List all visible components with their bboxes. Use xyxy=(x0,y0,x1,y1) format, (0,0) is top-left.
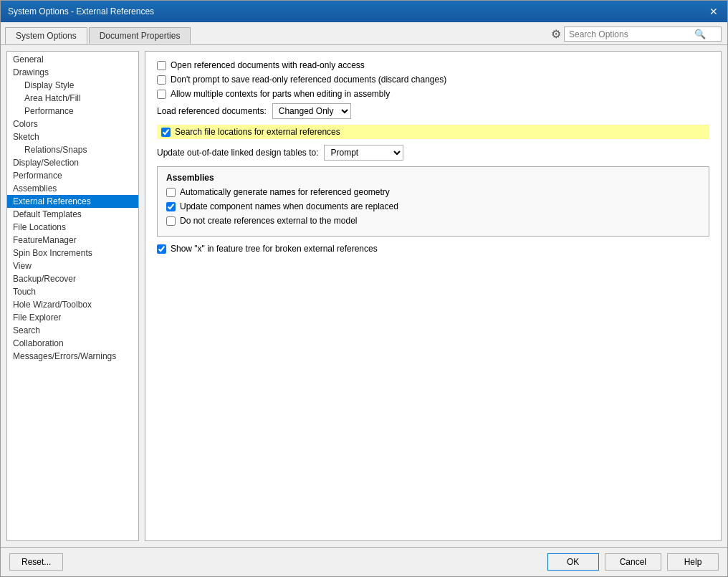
assemblies-sub-panel: Assemblies Automatically generate names … xyxy=(157,166,709,237)
sidebar-item-search[interactable]: Search xyxy=(7,324,138,337)
tab-row: System Options Document Properties xyxy=(5,27,192,44)
checkbox-no-refs[interactable] xyxy=(166,216,176,226)
load-referenced-label: Load referenced documents: xyxy=(157,106,267,116)
sidebar-item-assemblies[interactable]: Assemblies xyxy=(7,182,138,195)
checkbox-row-1: Open referenced documents with read-only… xyxy=(157,60,709,70)
cancel-button[interactable]: Cancel xyxy=(605,553,661,571)
sidebar-item-colors[interactable]: Colors xyxy=(7,118,138,130)
search-file-locations-row: Search file locations for external refer… xyxy=(157,125,709,139)
dialog-window: System Options - External References ✕ S… xyxy=(0,0,728,577)
action-buttons: OK Cancel Help xyxy=(547,553,719,571)
content-panel: Open referenced documents with read-only… xyxy=(145,51,722,541)
checkbox-row-3: Allow multiple contexts for parts when e… xyxy=(157,89,709,99)
checkbox-show-x[interactable] xyxy=(157,244,166,254)
sidebar-item-file-explorer[interactable]: File Explorer xyxy=(7,311,138,324)
sidebar-item-backup-recover[interactable]: Backup/Recover xyxy=(7,272,138,285)
checkbox-label-2: Don't prompt to save read-only reference… xyxy=(171,75,446,85)
checkbox-readonly-access[interactable] xyxy=(157,61,166,70)
sidebar-item-touch[interactable]: Touch xyxy=(7,285,138,298)
sidebar-item-general[interactable]: General xyxy=(7,52,138,66)
bottom-bar: Reset... OK Cancel Help xyxy=(1,547,727,576)
sidebar-item-spin-box-increments[interactable]: Spin Box Increments xyxy=(7,247,138,259)
checkbox-no-refs-label: Do not create references external to the… xyxy=(180,216,357,226)
checkbox-multiple-contexts[interactable] xyxy=(157,90,166,99)
tab-document-properties[interactable]: Document Properties xyxy=(89,27,191,44)
checkbox-no-prompt-save[interactable] xyxy=(157,75,166,85)
checkbox-auto-names[interactable] xyxy=(166,188,176,197)
load-referenced-dropdown[interactable]: Changed Only All None Prompt xyxy=(272,103,351,119)
sidebar-item-sketch[interactable]: Sketch xyxy=(7,130,138,143)
tab-system-options[interactable]: System Options xyxy=(5,27,87,44)
checkbox-update-names-label: Update component names when documents ar… xyxy=(180,201,398,211)
update-linked-row: Update out-of-date linked design tables … xyxy=(157,145,709,161)
checkbox-show-x-label: Show "x" in feature tree for broken exte… xyxy=(171,244,378,254)
sidebar-item-drawings[interactable]: Drawings xyxy=(7,66,138,79)
checkbox-label-3: Allow multiple contexts for parts when e… xyxy=(171,89,390,99)
load-referenced-row: Load referenced documents: Changed Only … xyxy=(157,103,709,119)
checkbox-update-names-row: Update component names when documents ar… xyxy=(166,201,700,211)
sidebar-item-collaboration[interactable]: Collaboration xyxy=(7,337,138,350)
update-linked-dropdown[interactable]: Prompt Always Update Never Update xyxy=(324,145,403,161)
search-icon: 🔍 xyxy=(694,29,706,39)
search-input[interactable] xyxy=(569,29,694,39)
sidebar-item-relations-snaps[interactable]: Relations/Snaps xyxy=(7,143,138,156)
checkbox-search-file-locations[interactable] xyxy=(161,128,171,137)
sidebar-item-hole-wizard-toolbox[interactable]: Hole Wizard/Toolbox xyxy=(7,298,138,311)
title-bar-text: System Options - External References xyxy=(8,6,154,16)
sidebar-item-display-style[interactable]: Display Style xyxy=(7,79,138,92)
sidebar: General Drawings Display Style Area Hatc… xyxy=(6,51,139,541)
search-file-locations-label: Search file locations for external refer… xyxy=(175,127,340,137)
ok-button[interactable]: OK xyxy=(547,553,599,571)
sidebar-item-display-selection[interactable]: Display/Selection xyxy=(7,156,138,169)
sidebar-item-view[interactable]: View xyxy=(7,259,138,272)
gear-icon: ⚙ xyxy=(551,27,561,41)
sidebar-item-area-hatch[interactable]: Area Hatch/Fill xyxy=(7,92,138,105)
tabs-search-bar: System Options Document Properties ⚙ 🔍 xyxy=(1,22,727,45)
sidebar-item-external-references[interactable]: External References xyxy=(7,195,138,208)
sidebar-item-file-locations[interactable]: File Locations xyxy=(7,221,138,234)
reset-button[interactable]: Reset... xyxy=(9,553,63,571)
checkbox-row-2: Don't prompt to save read-only reference… xyxy=(157,75,709,85)
sidebar-item-performance[interactable]: Performance xyxy=(7,169,138,182)
help-button[interactable]: Help xyxy=(667,553,719,571)
checkbox-auto-names-label: Automatically generate names for referen… xyxy=(180,187,390,197)
update-linked-label: Update out-of-date linked design tables … xyxy=(157,148,318,158)
checkbox-auto-names-row: Automatically generate names for referen… xyxy=(166,187,700,197)
search-wrapper: 🔍 xyxy=(564,27,722,42)
main-content: General Drawings Display Style Area Hatc… xyxy=(1,45,727,547)
checkbox-show-x-row: Show "x" in feature tree for broken exte… xyxy=(157,244,709,254)
sidebar-item-feature-manager[interactable]: FeatureManager xyxy=(7,234,138,247)
close-button[interactable]: ✕ xyxy=(707,5,720,18)
checkbox-update-names[interactable] xyxy=(166,202,176,211)
assemblies-title: Assemblies xyxy=(166,173,700,183)
checkbox-no-refs-row: Do not create references external to the… xyxy=(166,216,700,226)
sidebar-item-default-templates[interactable]: Default Templates xyxy=(7,208,138,221)
title-bar: System Options - External References ✕ xyxy=(1,1,727,22)
sidebar-item-performance-draw[interactable]: Performance xyxy=(7,105,138,118)
sidebar-item-messages-errors-warnings[interactable]: Messages/Errors/Warnings xyxy=(7,350,138,363)
checkbox-label-1: Open referenced documents with read-only… xyxy=(171,60,365,70)
